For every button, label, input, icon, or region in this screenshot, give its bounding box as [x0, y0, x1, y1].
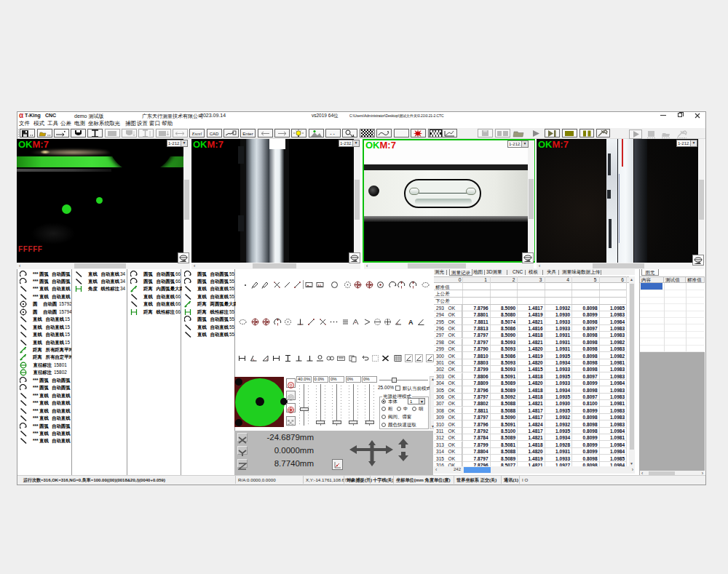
svg-text:A: A: [408, 319, 414, 326]
